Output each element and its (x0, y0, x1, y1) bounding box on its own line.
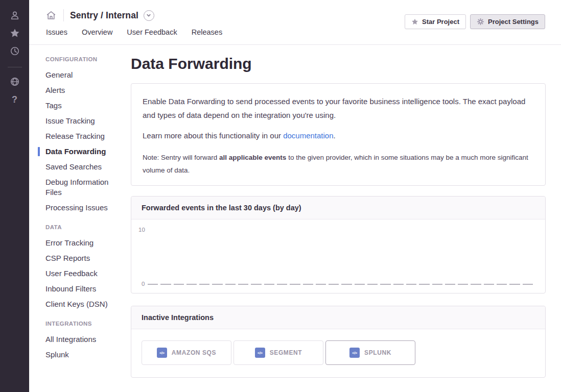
rail-divider (8, 67, 22, 67)
provider-label: SEGMENT (270, 349, 302, 356)
chevron-down-icon[interactable] (144, 10, 154, 21)
provider-card-amazon-sqs[interactable]: </> AMAZON SQS (142, 340, 231, 365)
chart-bar (329, 284, 339, 285)
home-icon[interactable] (45, 9, 57, 21)
sidebar-item-csp-reports[interactable]: CSP Reports (45, 253, 123, 263)
header-actions: Star Project Project Settings (405, 14, 545, 29)
sidebar-item-general[interactable]: General (45, 70, 123, 80)
integrations-panel-title: Inactive Integrations (131, 306, 545, 329)
sidebar-item-processing-issues[interactable]: Processing Issues (45, 203, 123, 213)
section-title-data: DATA (45, 224, 123, 230)
chart-bars (148, 284, 533, 285)
sidebar-item-inbound-filters[interactable]: Inbound Filters (45, 284, 123, 294)
provider-label: AMAZON SQS (172, 349, 216, 356)
breadcrumb: Sentry / Internal (45, 9, 154, 21)
chart-bar (471, 284, 481, 285)
chart-bar (199, 284, 209, 285)
section-title-configuration: CONFIGURATION (45, 56, 123, 62)
provider-label: SPLUNK (364, 349, 391, 356)
settings-sidebar: CONFIGURATION General Alerts Tags Issue … (45, 45, 123, 365)
chart-bar (341, 284, 352, 285)
sidebar-item-user-feedback[interactable]: User Feedback (45, 268, 123, 279)
star-icon (411, 18, 418, 26)
sentry-app: ? Sentry / Internal Issues Overview User… (0, 0, 561, 392)
user-icon[interactable] (9, 9, 21, 21)
documentation-link[interactable]: documentation (283, 131, 333, 140)
chart-bar (212, 284, 222, 285)
learn-more-suffix: . (334, 131, 336, 140)
chart-bar (186, 284, 197, 285)
note-prefix: Note: Sentry will forward (143, 154, 219, 161)
help-icon[interactable]: ? (9, 93, 21, 106)
project-switcher[interactable]: Sentry / Internal (70, 10, 154, 21)
main-content: Data Forwarding Enable Data Forwarding t… (131, 45, 546, 378)
star-project-label: Star Project (422, 18, 459, 26)
tab-overview[interactable]: Overview (82, 28, 112, 36)
chart-bar (355, 284, 365, 285)
chart-bar (432, 284, 442, 285)
provider-card-segment[interactable]: </> SEGMENT (233, 340, 323, 365)
chart-bar (445, 284, 455, 285)
tab-releases[interactable]: Releases (192, 28, 222, 36)
star-icon[interactable] (9, 27, 21, 39)
chart-bar (277, 284, 287, 285)
chart-bar (264, 284, 274, 285)
app-rail: ? (0, 0, 29, 392)
project-tabs: Issues Overview User Feedback Releases (46, 28, 222, 36)
sidebar-item-alerts[interactable]: Alerts (45, 85, 123, 95)
chart-bar (484, 284, 494, 285)
chart-bar (458, 284, 468, 285)
chart-bar (238, 284, 248, 285)
chart-bar (225, 284, 236, 285)
chart-bar (509, 284, 520, 285)
page-title: Data Forwarding (131, 54, 546, 74)
star-project-button[interactable]: Star Project (405, 14, 466, 29)
tab-issues[interactable]: Issues (46, 28, 67, 36)
chart-bar (174, 284, 184, 285)
sidebar-section-integrations: INTEGRATIONS All Integrations Splunk (45, 321, 123, 360)
plugin-icon: </> (349, 348, 360, 358)
history-icon[interactable] (9, 45, 21, 57)
sidebar-item-client-keys[interactable]: Client Keys (DSN) (45, 299, 123, 309)
inactive-integrations-panel: Inactive Integrations </> AMAZON SQS </>… (131, 306, 546, 378)
breadcrumb-divider (63, 9, 64, 21)
intro-paragraph: Enable Data Forwarding to send processed… (143, 94, 534, 122)
learn-more-prefix: Learn more about this functionality in o… (143, 131, 283, 140)
forwarded-events-chart: 10 0 (131, 219, 545, 293)
globe-icon[interactable] (9, 76, 21, 88)
forwarded-events-panel: Forwarded events in the last 30 days (by… (131, 196, 546, 293)
header: Sentry / Internal Issues Overview User F… (29, 0, 561, 45)
chart-bar (497, 284, 507, 285)
plugin-icon: </> (255, 348, 265, 358)
sidebar-item-issue-tracking[interactable]: Issue Tracking (45, 116, 123, 126)
chart-bar (406, 284, 416, 285)
providers-row: </> AMAZON SQS </> SEGMENT </> SPLUNK (131, 329, 545, 377)
plugin-icon: </> (157, 348, 167, 358)
provider-card-splunk[interactable]: </> SPLUNK (325, 340, 415, 365)
project-title: Sentry / Internal (70, 10, 138, 21)
sidebar-item-data-forwarding[interactable]: Data Forwarding (45, 146, 123, 157)
chart-panel-title: Forwarded events in the last 30 days (by… (131, 197, 545, 219)
chart-bar (316, 284, 326, 285)
sidebar-item-debug-information-files[interactable]: Debug Information Files (45, 177, 123, 198)
note-paragraph: Note: Sentry will forward all applicable… (143, 151, 534, 177)
project-settings-button[interactable]: Project Settings (470, 14, 545, 29)
chart-bar (393, 284, 404, 285)
gear-icon (477, 18, 484, 26)
chart-bar (367, 284, 378, 285)
sidebar-item-splunk[interactable]: Splunk (45, 350, 123, 360)
sidebar-section-configuration: CONFIGURATION General Alerts Tags Issue … (45, 56, 123, 213)
sidebar-item-error-tracking[interactable]: Error Tracking (45, 238, 123, 248)
project-settings-label: Project Settings (488, 18, 539, 26)
section-title-integrations: INTEGRATIONS (45, 321, 123, 327)
chart-bar (303, 284, 313, 285)
note-emphasis: all applicable events (219, 154, 286, 161)
sidebar-item-all-integrations[interactable]: All Integrations (45, 334, 123, 345)
tab-user-feedback[interactable]: User Feedback (127, 28, 177, 36)
y-axis-tick-max: 10 (138, 227, 145, 233)
chart-bar (160, 284, 171, 285)
sidebar-item-saved-searches[interactable]: Saved Searches (45, 162, 123, 172)
sidebar-item-tags[interactable]: Tags (45, 101, 123, 111)
sidebar-item-release-tracking[interactable]: Release Tracking (45, 131, 123, 141)
sidebar-section-data: DATA Error Tracking CSP Reports User Fee… (45, 224, 123, 309)
